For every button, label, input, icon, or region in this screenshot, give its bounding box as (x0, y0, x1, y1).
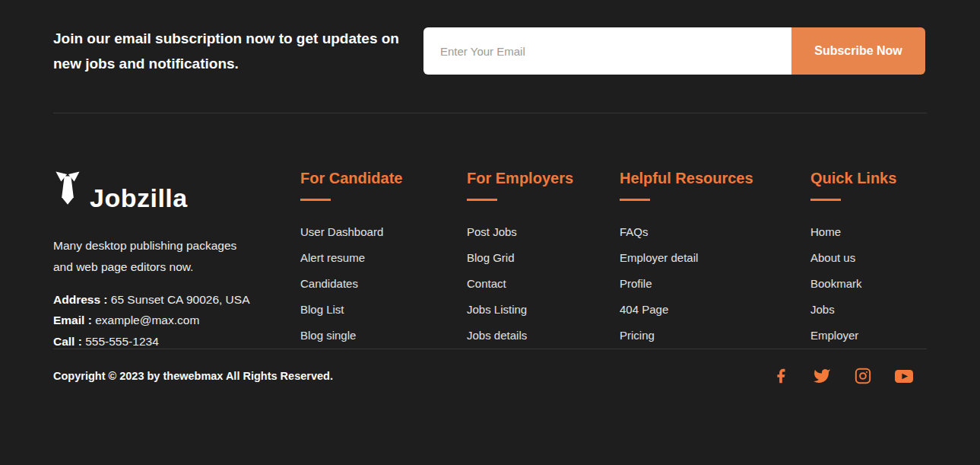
newsletter-form: Subscribe Now (423, 27, 925, 75)
footer-main: Jobzilla Many desktop publishing package… (0, 113, 980, 349)
brand-logo[interactable]: Jobzilla (53, 170, 300, 211)
footer-link-profile[interactable]: Profile (620, 277, 810, 290)
email-label: Email : (53, 314, 92, 326)
site-footer: Join our email subscription now to get u… (0, 0, 980, 465)
twitter-icon[interactable] (813, 367, 831, 385)
tie-logo-icon (53, 170, 82, 211)
facebook-icon[interactable] (772, 367, 790, 385)
youtube-icon[interactable] (895, 367, 913, 385)
footer-link-employer[interactable]: Employer (810, 329, 980, 342)
subscribe-button[interactable]: Subscribe Now (791, 27, 925, 75)
footer-column-for-employers: For Employers Post Jobs Blog Grid Contac… (467, 170, 620, 349)
column-title: Quick Links (810, 170, 980, 187)
column-title: For Candidate (300, 170, 467, 187)
address-line: Address : 65 Sunset CA 90026, USA (53, 289, 300, 311)
footer-link-blog-list[interactable]: Blog List (300, 303, 467, 316)
footer-link-post-jobs[interactable]: Post Jobs (467, 225, 620, 238)
call-label: Call : (53, 335, 82, 348)
brand-column: Jobzilla Many desktop publishing package… (53, 170, 300, 349)
column-links: Home About us Bookmark Jobs Employer (810, 225, 980, 342)
footer-link-user-dashboard[interactable]: User Dashboard (300, 225, 467, 238)
footer-column-quick-links: Quick Links Home About us Bookmark Jobs … (810, 170, 980, 349)
newsletter-section: Join our email subscription now to get u… (0, 0, 980, 77)
footer-link-404-page[interactable]: 404 Page (620, 303, 810, 316)
email-value: example@max.com (95, 314, 199, 326)
newsletter-text: Join our email subscription now to get u… (53, 26, 404, 77)
footer-column-for-candidate: For Candidate User Dashboard Alert resum… (300, 170, 467, 349)
column-title: For Employers (467, 170, 620, 187)
footer-link-candidates[interactable]: Candidates (300, 277, 467, 290)
footer-link-blog-single[interactable]: Blog single (300, 329, 467, 342)
footer-link-faqs[interactable]: FAQs (620, 225, 810, 238)
footer-link-jobs-listing[interactable]: Jobs Listing (467, 303, 620, 316)
footer-column-helpful-resources: Helpful Resources FAQs Employer detail P… (620, 170, 810, 349)
footer-link-jobs-details[interactable]: Jobs details (467, 329, 620, 342)
column-links: Post Jobs Blog Grid Contact Jobs Listing… (467, 225, 620, 342)
column-underline (467, 199, 497, 201)
social-links (772, 367, 913, 385)
footer-link-alert-resume[interactable]: Alert resume (300, 251, 467, 264)
column-underline (620, 199, 650, 201)
address-label: Address : (53, 293, 108, 306)
column-links: User Dashboard Alert resume Candidates B… (300, 225, 467, 342)
address-value: 65 Sunset CA 90026, USA (111, 293, 250, 306)
footer-link-employer-detail[interactable]: Employer detail (620, 251, 810, 264)
column-title: Helpful Resources (620, 170, 810, 187)
footer-link-about-us[interactable]: About us (810, 251, 980, 264)
column-underline (300, 199, 331, 201)
copyright-text: Copyright © 2023 by thewebmax All Rights… (53, 370, 333, 382)
instagram-icon[interactable] (854, 367, 872, 385)
column-underline (810, 199, 841, 201)
brand-description: Many desktop publishing packages and web… (53, 235, 257, 279)
email-input[interactable] (423, 27, 791, 75)
footer-link-blog-grid[interactable]: Blog Grid (467, 251, 620, 264)
footer-link-jobs[interactable]: Jobs (810, 303, 980, 316)
footer-link-pricing[interactable]: Pricing (620, 329, 810, 342)
column-links: FAQs Employer detail Profile 404 Page Pr… (620, 225, 810, 342)
footer-link-contact[interactable]: Contact (467, 277, 620, 290)
footer-link-bookmark[interactable]: Bookmark (810, 277, 980, 290)
bottom-bar: Copyright © 2023 by thewebmax All Rights… (0, 349, 980, 403)
email-line: Email : example@max.com (53, 310, 300, 331)
call-value: 555-555-1234 (85, 335, 159, 348)
footer-link-home[interactable]: Home (810, 225, 980, 238)
call-line: Call : 555-555-1234 (53, 331, 300, 352)
contact-info: Address : 65 Sunset CA 90026, USA Email … (53, 289, 300, 352)
brand-name: Jobzilla (90, 185, 188, 211)
